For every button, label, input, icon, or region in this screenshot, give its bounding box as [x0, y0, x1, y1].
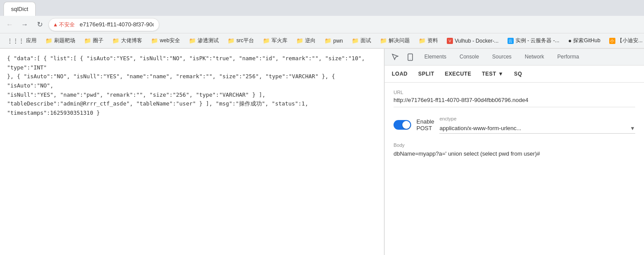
tab-network[interactable]: Network	[519, 49, 550, 66]
bookmark-2[interactable]: 📁 圈子	[81, 35, 107, 46]
bookmark-label: web安全	[160, 37, 180, 44]
url-value: http://e7176e91-ff11-4070-8f37-90d4fbb06…	[394, 97, 635, 107]
tab-title: sqlDict	[11, 6, 28, 12]
folder-icon: 📁	[419, 37, 426, 44]
forward-button[interactable]: →	[18, 18, 31, 31]
vulhub-icon: V	[447, 38, 453, 44]
enctype-select-wrapper: application/x-www-form-urlenc... ▼	[439, 125, 635, 134]
folder-icon: 📁	[189, 37, 196, 44]
bookmark-9[interactable]: 📁 pwn	[321, 36, 346, 46]
device-icon[interactable]	[403, 49, 417, 66]
toggle-knob	[402, 121, 410, 129]
bookmark-label: 大佬博客	[121, 37, 142, 44]
json-content: { "data":[ { "list":[ { "isAuto":"YES", …	[7, 54, 377, 117]
bookmark-label: 实例 - 云服务器 -...	[515, 37, 559, 44]
body-label: Body	[394, 142, 635, 148]
reload-button[interactable]: ↻	[33, 18, 46, 31]
bookmark-apps-label: 应用	[26, 37, 37, 44]
browser-chrome: sqlDict ← → ↻ ▲ 不安全 ⋮⋮⋮ 应用 📁 刷题靶场 📁 圈子 📁…	[0, 0, 644, 49]
tab-performance[interactable]: Performa	[551, 49, 585, 66]
bookmark-12[interactable]: 📁 资料	[415, 35, 442, 46]
active-tab[interactable]: sqlDict	[4, 2, 36, 16]
bookmark-label: 【小迪安...	[617, 37, 643, 44]
bookmark-10[interactable]: 📁 面试	[348, 35, 375, 46]
load-button[interactable]: LOAD	[392, 69, 408, 79]
enctype-value[interactable]: application/x-www-form-urlenc...	[439, 125, 630, 131]
tab-bar: sqlDict	[0, 0, 644, 16]
bookmark-label: 圈子	[93, 37, 103, 44]
body-value[interactable]: dbName=myapp?a=' union select (select pw…	[394, 149, 635, 158]
security-label: 不安全	[59, 21, 75, 28]
devtools-panel: Elements Console Sources Network Perform…	[384, 49, 644, 255]
bookmark-label: 渗透测试	[198, 37, 219, 44]
json-panel: { "data":[ { "list":[ { "isAuto":"YES", …	[0, 49, 384, 255]
folder-icon: 📁	[84, 37, 91, 44]
folder-icon: 📁	[45, 37, 52, 44]
bookmark-cloud[interactable]: 云 实例 - 云服务器 -...	[504, 35, 563, 46]
enctype-label: enctype	[439, 116, 635, 121]
github-icon: ●	[568, 37, 572, 44]
tab-sources[interactable]: Sources	[486, 49, 518, 66]
bookmark-label: Vulhub - Docker-...	[455, 38, 499, 44]
bookmark-xiaodi[interactable]: 小 【小迪安...	[606, 35, 644, 46]
bookmark-label: pwn	[333, 38, 343, 44]
folder-icon: 📁	[263, 37, 270, 44]
address-bar-row: ← → ↻ ▲ 不安全	[0, 16, 644, 33]
url-section: URL http://e7176e91-ff11-4070-8f37-90d4f…	[394, 90, 635, 107]
bookmark-vulhub[interactable]: V Vulhub - Docker-...	[443, 36, 502, 46]
sq-button[interactable]: SQ	[514, 69, 522, 79]
bookmark-label: 逆向	[305, 37, 316, 44]
body-section: Body dbName=myapp?a=' union select (sele…	[394, 142, 635, 158]
url-label: URL	[394, 90, 635, 95]
bookmark-8[interactable]: 📁 逆向	[293, 35, 319, 46]
bookmark-label: 解决问题	[389, 37, 410, 44]
bookmark-label: 面试	[361, 37, 371, 44]
svg-rect-0	[408, 54, 413, 61]
bookmark-label: 资料	[427, 37, 438, 44]
folder-icon: 📁	[380, 37, 387, 44]
enctype-arrow[interactable]: ▼	[630, 125, 635, 131]
enable-label: Enable	[416, 118, 434, 125]
devtools-form: URL http://e7176e91-ff11-4070-8f37-90d4f…	[385, 83, 644, 255]
folder-icon: 📁	[296, 37, 303, 44]
bookmark-6[interactable]: 📁 src平台	[224, 35, 258, 46]
folder-icon: 📁	[228, 37, 235, 44]
bookmark-label: 军火库	[272, 37, 287, 44]
bookmark-11[interactable]: 📁 解决问题	[376, 35, 413, 46]
tab-elements[interactable]: Elements	[418, 49, 453, 66]
xiaodi-icon: 小	[609, 38, 615, 44]
folder-icon: 📁	[112, 37, 119, 44]
execute-button[interactable]: EXECUTE	[445, 69, 471, 79]
security-icon: ▲	[53, 22, 58, 28]
bookmark-7[interactable]: 📁 军火库	[259, 35, 291, 46]
test-button[interactable]: TEST ▼	[482, 69, 504, 79]
enable-post-row: Enable POST enctype application/x-www-fo…	[394, 116, 635, 134]
post-label: POST	[416, 125, 434, 131]
tab-console[interactable]: Console	[453, 49, 485, 66]
bookmarks-bar: ⋮⋮⋮ 应用 📁 刷题靶场 📁 圈子 📁 大佬博客 📁 web安全 📁 渗透测试…	[0, 33, 644, 48]
address-wrapper: ▲ 不安全	[48, 18, 640, 31]
bookmark-github[interactable]: ● 探索GitHub	[565, 35, 604, 46]
back-button[interactable]: ←	[4, 18, 16, 31]
bookmark-label: 探索GitHub	[573, 37, 600, 44]
test-dropdown-arrow: ▼	[498, 71, 503, 77]
folder-icon: 📁	[151, 37, 158, 44]
main-area: { "data":[ { "list":[ { "isAuto":"YES", …	[0, 49, 644, 255]
folder-icon: 📁	[352, 37, 359, 44]
bookmark-label: src平台	[236, 37, 254, 44]
enable-post-labels: Enable POST	[416, 118, 434, 131]
bookmark-1[interactable]: 📁 刷题靶场	[42, 35, 79, 46]
bookmark-3[interactable]: 📁 大佬博客	[109, 35, 146, 46]
bookmark-4[interactable]: 📁 web安全	[147, 35, 184, 46]
devtools-toolbar: LOAD SPLIT EXECUTE TEST ▼ SQ	[385, 66, 644, 83]
inspect-icon[interactable]	[388, 49, 402, 66]
bookmark-label: 刷题靶场	[54, 37, 75, 44]
enable-toggle[interactable]	[394, 120, 411, 130]
folder-icon: 📁	[324, 37, 331, 44]
bookmark-5[interactable]: 📁 渗透测试	[185, 35, 222, 46]
devtools-tabs: Elements Console Sources Network Perform…	[385, 49, 644, 66]
enable-post-section: Enable POST enctype application/x-www-fo…	[394, 116, 635, 134]
enctype-section: enctype application/x-www-form-urlenc...…	[439, 116, 635, 134]
split-button[interactable]: SPLIT	[418, 69, 434, 79]
bookmark-apps[interactable]: ⋮⋮⋮ 应用	[4, 35, 40, 46]
